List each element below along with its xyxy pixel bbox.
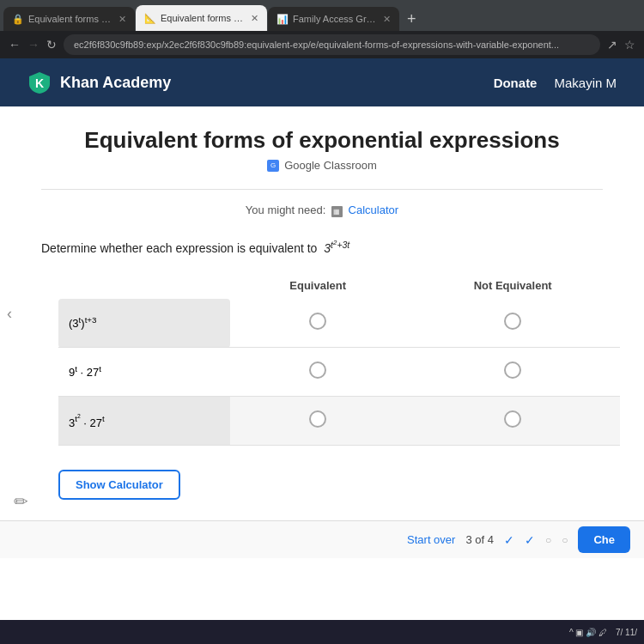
browser-chrome: 🔒 Equivalent forms of exponential ✕ 📐 Eq…	[0, 0, 644, 31]
bookmark-icon[interactable]: ☆	[624, 38, 635, 52]
row3-equivalent-radio[interactable]	[230, 397, 405, 446]
donate-button[interactable]: Donate	[494, 76, 538, 90]
row2-expression: 9t · 27t	[58, 348, 230, 397]
reload-icon[interactable]: ↻	[46, 38, 57, 52]
row1-equivalent-radio[interactable]	[230, 299, 405, 348]
table-row: (3t)t+3	[58, 299, 620, 348]
start-over-link[interactable]: Start over	[407, 533, 455, 546]
content-area: ‹ Equivalent forms of exponential expres…	[0, 106, 644, 520]
tab3-label: Family Access Gradebook	[293, 14, 379, 24]
radio-equivalent-3[interactable]	[309, 410, 326, 428]
tab-active-2[interactable]: 📐 Equivalent forms of exponenti… ✕	[136, 5, 267, 31]
you-might-need: You might need: ▦ Calculator	[41, 204, 603, 217]
target-expression: 3t2+3t	[324, 241, 349, 255]
divider-1	[41, 189, 603, 190]
left-nav-arrow[interactable]: ‹	[7, 305, 12, 323]
ka-header: K Khan Academy Donate Makayin M	[0, 58, 644, 106]
ka-logo: K Khan Academy	[27, 70, 171, 94]
gc-icon: G	[267, 160, 279, 172]
tab-inactive-3[interactable]: 📊 Family Access Gradebook ✕	[268, 7, 399, 31]
new-tab-button[interactable]: +	[400, 7, 423, 31]
taskbar: ^ ▣ 🔊 🖊 7/ 11/	[0, 620, 644, 644]
tab-bar: 🔒 Equivalent forms of exponential ✕ 📐 Eq…	[3, 0, 423, 31]
row1-not-equivalent-radio[interactable]	[405, 299, 620, 348]
user-menu[interactable]: Makayin M	[554, 76, 617, 90]
radio-equivalent-2[interactable]	[309, 361, 326, 379]
progress-label: 3 of 4	[465, 533, 494, 546]
row3-expression: 3t2 · 27t	[58, 397, 230, 446]
you-might-need-label: You might need:	[246, 204, 325, 216]
radio-not-equivalent-2[interactable]	[504, 361, 521, 379]
address-input[interactable]: ec2f6f830c9fb89:exp/x2ec2f6f830c9fb89:eq…	[64, 34, 600, 55]
share-icon[interactable]: ↗	[607, 38, 617, 52]
tab3-favicon: 📊	[276, 14, 289, 25]
tab1-close[interactable]: ✕	[118, 14, 126, 25]
equivalence-table: Equivalent Not Equivalent (3t)t+3	[58, 272, 620, 446]
check-mark-2: ✓	[525, 533, 535, 547]
row3-not-equivalent-radio[interactable]	[405, 397, 620, 446]
col-equivalent: Equivalent	[230, 272, 405, 299]
ka-nav: Donate Makayin M	[494, 76, 617, 90]
tab1-label: Equivalent forms of exponential	[28, 14, 114, 24]
circle-mark-2: ○	[562, 534, 568, 546]
address-text: ec2f6f830c9fb89:exp/x2ec2f6f830c9fb89:eq…	[74, 39, 559, 50]
radio-equivalent-1[interactable]	[309, 313, 326, 330]
row2-not-equivalent-radio[interactable]	[405, 348, 620, 397]
bottom-bar: Start over 3 of 4 ✓ ✓ ○ ○ Che	[0, 520, 644, 558]
calculator-icon: ▦	[331, 206, 343, 217]
bottom-corner-icon: ✏	[14, 491, 28, 512]
col-expression	[58, 272, 230, 299]
ka-logo-icon: K	[27, 70, 52, 94]
address-bar: ← → ↻ ec2f6f830c9fb89:exp/x2ec2f6f830c9f…	[0, 31, 644, 58]
row1-expression: (3t)t+3	[58, 299, 230, 348]
radio-not-equivalent-3[interactable]	[504, 410, 521, 428]
tab2-close[interactable]: ✕	[251, 13, 258, 24]
tab2-favicon: 📐	[144, 13, 156, 24]
radio-not-equivalent-1[interactable]	[504, 313, 521, 330]
check-button[interactable]: Che	[578, 526, 630, 553]
google-classroom-link[interactable]: G Google Classroom	[41, 159, 603, 172]
col-not-equivalent: Not Equivalent	[405, 272, 620, 299]
forward-icon[interactable]: →	[27, 38, 39, 52]
table-row: 9t · 27t	[58, 348, 620, 397]
tab3-close[interactable]: ✕	[383, 14, 391, 25]
problem-statement: Determine whether each expression is equ…	[41, 238, 603, 255]
check-mark-1: ✓	[504, 533, 514, 547]
table-row: 3t2 · 27t	[58, 397, 620, 446]
svg-text:K: K	[35, 76, 44, 90]
problem-intro: Determine whether each expression is equ…	[41, 241, 317, 255]
back-icon[interactable]: ←	[9, 38, 21, 52]
page: K Khan Academy Donate Makayin M ‹ Equiva…	[0, 58, 644, 620]
tab1-favicon: 🔒	[12, 14, 24, 25]
google-classroom-label: Google Classroom	[284, 159, 377, 172]
show-calculator-button[interactable]: Show Calculator	[58, 470, 180, 500]
taskbar-icons: ^ ▣ 🔊 🖊	[569, 628, 607, 637]
circle-mark-1: ○	[545, 534, 551, 546]
page-title: Equivalent forms of exponential expressi…	[41, 127, 603, 154]
taskbar-time: 7/ 11/	[616, 628, 637, 637]
tab-inactive-1[interactable]: 🔒 Equivalent forms of exponential ✕	[3, 7, 135, 31]
ka-logo-text: Khan Academy	[60, 74, 171, 92]
row2-equivalent-radio[interactable]	[230, 348, 405, 397]
calculator-link[interactable]: Calculator	[349, 204, 399, 216]
tab2-label: Equivalent forms of exponenti…	[161, 13, 246, 23]
